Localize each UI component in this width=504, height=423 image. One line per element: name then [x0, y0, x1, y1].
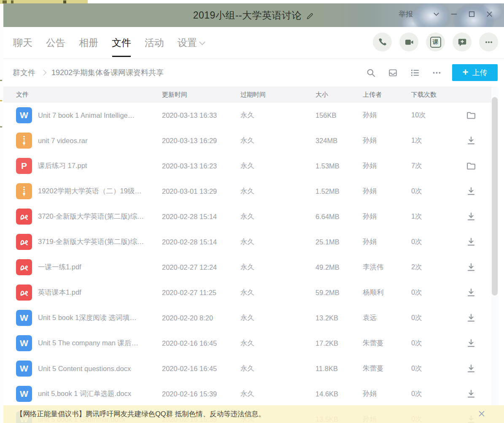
- banner-close-button[interactable]: [477, 409, 486, 419]
- tab-files[interactable]: 文件: [111, 35, 132, 51]
- notice-text: 【网络正能量倡议书】腾讯呼吁网友共建绿色QQ群 抵制色情、反动等违法信息。: [16, 409, 265, 419]
- video-call-button[interactable]: [399, 33, 418, 52]
- expire-time: 永久: [240, 237, 254, 247]
- file-size: 59.2MB: [315, 289, 340, 297]
- download-count: 0次: [411, 364, 422, 373]
- table-row[interactable]: 3720-全新版大学英语(第二版)综…2020-02-28 15:14永久6.6…: [3, 204, 504, 229]
- tab-settings[interactable]: 设置: [177, 35, 205, 51]
- file-size: 1.53MB: [315, 162, 340, 170]
- open-folder-icon: [466, 110, 476, 120]
- download-icon: [466, 363, 476, 374]
- file-size: 324MB: [315, 137, 337, 145]
- class-button[interactable]: 课: [426, 33, 445, 52]
- table-row[interactable]: WUnit 5 The company man 课后…2020-02-16 16…: [3, 331, 504, 356]
- table-row[interactable]: WUnit 5 book 1深度阅读 选词填…2020-02-20 8:20永久…: [3, 305, 504, 331]
- updated-time: 2020-02-16 15:39: [162, 390, 217, 398]
- table-header: 文件更新时间过期时间大小上传者下载次数: [3, 87, 497, 103]
- class-badge-icon: 课: [430, 37, 441, 48]
- file-name: 19202学期大学英语（二）19级…: [38, 187, 159, 196]
- download-button[interactable]: [465, 337, 477, 349]
- table-row[interactable]: WUnit 5 Content questions.docx2020-02-16…: [3, 356, 504, 381]
- maximize-button[interactable]: [463, 3, 480, 24]
- column-header: 下载次数: [411, 91, 437, 99]
- table-row[interactable]: 一课一练1.pdf2020-02-27 12:24永久49.2MB李洪伟2次: [3, 255, 504, 280]
- word-file-icon: W: [16, 310, 32, 326]
- pdf-glyph: [19, 236, 30, 247]
- column-header: 文件: [16, 91, 29, 99]
- open-folder-button[interactable]: [465, 109, 477, 121]
- tab-label: 设置: [178, 36, 197, 49]
- download-count: 2次: [411, 263, 422, 272]
- table-row[interactable]: WUnit 7 book 1 Animal Intellige…2020-03-…: [3, 103, 504, 128]
- word-file-icon: W: [16, 107, 32, 123]
- expire-time: 永久: [240, 288, 254, 297]
- breadcrumb-root[interactable]: 群文件: [13, 68, 35, 78]
- file-name: 一课一练1.pdf: [38, 263, 159, 272]
- download-button[interactable]: [465, 261, 477, 273]
- uploader-name: 孙娟: [363, 161, 377, 171]
- table-row[interactable]: Wunit 5,book 1 词汇单选题.docx2020-02-16 15:3…: [3, 381, 504, 407]
- close-button[interactable]: [480, 3, 498, 24]
- report-link[interactable]: 举报: [399, 9, 413, 19]
- uploader-name: 杨顺利: [363, 288, 384, 297]
- column-header: 更新时间: [162, 91, 187, 99]
- download-button[interactable]: [465, 312, 477, 324]
- file-size: 11.8KB: [315, 365, 338, 373]
- table-row[interactable]: P课后练习 17.ppt2020-03-13 16:23永久1.53MB孙娟7次: [3, 153, 504, 179]
- uploader-name: 孙娟: [363, 389, 377, 399]
- download-icon: [466, 313, 476, 323]
- group-window: 2019小组--大学英语讨论 举报 聊天公告相册文件活动设置: [3, 3, 504, 423]
- tab-activities[interactable]: 活动: [144, 35, 164, 51]
- titlebar-chevron-down-icon[interactable]: [427, 3, 445, 24]
- scrollbar-thumb[interactable]: [492, 97, 498, 296]
- open-folder-button[interactable]: [465, 160, 477, 172]
- table-row[interactable]: 19202学期大学英语（二）19级…2020-03-01 13:29永久1.52…: [3, 179, 504, 204]
- chevron-right-icon: [40, 70, 46, 76]
- voice-call-button[interactable]: [373, 33, 392, 52]
- pdf-file-icon: [16, 234, 32, 250]
- titlebar[interactable]: 2019小组--大学英语讨论 举报: [3, 3, 504, 27]
- download-count: 10次: [411, 111, 426, 120]
- file-size: 25.1MB: [315, 238, 340, 246]
- download-button[interactable]: [465, 363, 477, 374]
- more-tools-icon[interactable]: [432, 68, 442, 78]
- download-button[interactable]: [465, 135, 477, 146]
- file-size: 14.6KB: [315, 390, 338, 398]
- tab-label: 公告: [46, 36, 65, 49]
- edit-title-icon[interactable]: [306, 12, 314, 20]
- expire-time: 永久: [240, 111, 254, 120]
- download-button[interactable]: [465, 185, 477, 197]
- updated-time: 2020-02-20 8:20: [162, 314, 213, 322]
- table-row[interactable]: unit 7 videos.rar2020-03-13 16:29永久324MB…: [3, 128, 504, 153]
- file-name: Unit 5 Content questions.docx: [38, 365, 159, 373]
- new-topic-button[interactable]: [453, 33, 472, 52]
- search-icon[interactable]: [366, 68, 376, 78]
- tab-announcements[interactable]: 公告: [46, 35, 66, 51]
- tab-list: 聊天公告相册文件活动设置: [13, 27, 205, 58]
- uploader-name: 袁远: [363, 313, 377, 323]
- word-file-icon: W: [16, 386, 32, 402]
- expire-time: 永久: [240, 136, 254, 145]
- file-size: 6.64MB: [315, 213, 340, 221]
- zipper-glyph: [19, 186, 30, 197]
- minimize-button[interactable]: [445, 3, 463, 24]
- download-count: 7次: [411, 161, 422, 171]
- upload-button[interactable]: + 上传: [452, 64, 498, 81]
- updated-time: 2020-02-28 15:14: [162, 213, 217, 221]
- tab-chat[interactable]: 聊天: [13, 35, 33, 51]
- received-files-icon[interactable]: [388, 68, 398, 78]
- download-button[interactable]: [465, 236, 477, 248]
- download-button[interactable]: [465, 287, 477, 298]
- list-view-icon[interactable]: [410, 68, 420, 78]
- table-row[interactable]: 英语课本1.pdf2020-02-27 11:25永久59.2MB杨顺利0次: [3, 280, 504, 305]
- table-row[interactable]: 3719-全新版大学英语(第二版)综…2020-02-28 15:14永久25.…: [3, 229, 504, 255]
- more-button[interactable]: [479, 33, 498, 52]
- file-name: 课后练习 17.ppt: [38, 161, 159, 171]
- message-plus-icon: [457, 37, 467, 47]
- download-button[interactable]: [465, 211, 477, 222]
- download-button[interactable]: [465, 388, 477, 400]
- updated-time: 2020-02-16 16:45: [162, 339, 217, 347]
- updated-time: 2020-02-27 12:24: [162, 263, 217, 271]
- tab-album[interactable]: 相册: [78, 35, 99, 51]
- download-icon: [466, 287, 476, 298]
